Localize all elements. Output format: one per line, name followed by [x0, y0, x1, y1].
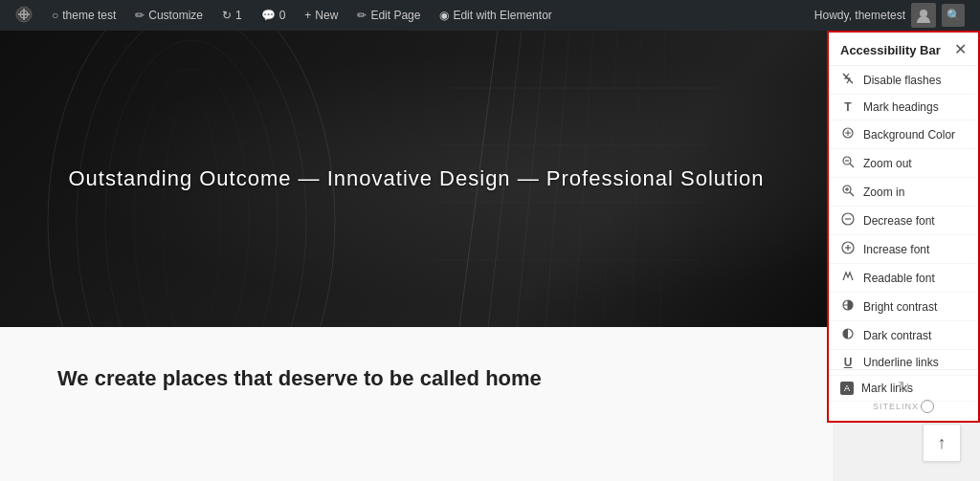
comments-item[interactable]: 💬 0 — [254, 0, 294, 31]
svg-point-19 — [134, 69, 249, 327]
svg-line-24 — [850, 164, 854, 167]
main-content: Outstanding Outcome — Innovative Design … — [0, 31, 980, 481]
mark-headings-icon: T — [840, 100, 856, 114]
increase-font-label: Increase font — [863, 243, 929, 256]
customize-item[interactable]: ✏ Customize — [127, 0, 211, 31]
mark-headings-item[interactable]: T Mark headings — [829, 95, 978, 120]
accessibility-header: Accessibility Bar ✕ — [829, 33, 978, 66]
elementor-icon: ◉ — [439, 9, 449, 22]
new-item[interactable]: + New — [297, 0, 345, 31]
site-name-label: theme test — [62, 9, 116, 22]
howdy-text: Howdy, themetest — [814, 9, 905, 22]
comments-icon: 💬 — [261, 9, 276, 22]
readable-font-label: Readable font — [863, 272, 935, 285]
updates-count: 1 — [235, 9, 242, 22]
decrease-font-item[interactable]: Decrease font — [829, 207, 978, 235]
sitelinx-globe-icon — [921, 400, 934, 413]
below-hero-section: We create places that deserve to be call… — [0, 327, 833, 481]
decrease-font-icon — [840, 212, 856, 229]
sitelinx-brand: SITELINX — [873, 400, 934, 413]
edit-page-label: Edit Page — [370, 9, 420, 22]
bright-contrast-label: Bright contrast — [863, 300, 937, 314]
wp-logo-icon — [15, 6, 33, 26]
hero-text: Outstanding Outcome — Innovative Design … — [68, 166, 764, 191]
svg-point-20 — [163, 98, 220, 327]
howdy-section[interactable]: Howdy, themetest 🔍 — [807, 3, 972, 28]
site-icon: ○ — [52, 9, 58, 22]
edit-page-item[interactable]: ✏ Edit Page — [349, 0, 428, 31]
increase-font-item[interactable]: Increase font — [829, 235, 978, 264]
avatar — [911, 3, 936, 28]
new-label: New — [315, 9, 338, 22]
zoom-in-label: Zoom in — [863, 186, 904, 199]
admin-bar: ○ theme test ✏ Customize ↻ 1 💬 0 + New ✏… — [0, 0, 980, 31]
scroll-top-button[interactable]: ↑ — [923, 424, 961, 462]
dark-contrast-label: Dark contrast — [863, 329, 931, 342]
zoom-out-label: Zoom out — [863, 157, 912, 170]
scroll-top-icon: ↑ — [938, 433, 947, 453]
decrease-font-label: Decrease font — [863, 214, 935, 228]
refresh-icon[interactable]: ↻ — [898, 378, 910, 396]
elementor-label: Edit with Elementor — [453, 9, 551, 22]
bright-contrast-icon — [840, 298, 856, 315]
accessibility-panel: Accessibility Bar ✕ Disable flashes T Ma… — [827, 31, 980, 423]
accessibility-footer: ↻ SITELINX — [829, 369, 978, 421]
underline-links-label: Underline links — [863, 356, 939, 369]
background-color-icon — [840, 126, 856, 142]
below-hero-title: We create places that deserve to be call… — [57, 365, 775, 393]
hero-section: Outstanding Outcome — Innovative Design … — [0, 31, 833, 327]
zoom-in-icon — [840, 184, 856, 200]
sitelinx-label: SITELINX — [873, 402, 919, 411]
updates-item[interactable]: ↻ 1 — [214, 0, 250, 31]
svg-line-27 — [850, 192, 854, 196]
accessibility-title: Accessibility Bar — [840, 43, 941, 57]
admin-search-icon[interactable]: 🔍 — [942, 4, 965, 27]
close-button[interactable]: ✕ — [954, 42, 967, 57]
zoom-in-item[interactable]: Zoom in — [829, 178, 978, 207]
wp-logo-item[interactable] — [8, 0, 40, 31]
readable-font-icon — [840, 270, 856, 286]
edit-page-icon: ✏ — [357, 9, 367, 22]
disable-flashes-icon — [840, 72, 856, 88]
dark-contrast-icon — [840, 327, 856, 343]
new-icon: + — [304, 9, 311, 22]
disable-flashes-label: Disable flashes — [863, 74, 941, 87]
dark-contrast-item[interactable]: Dark contrast — [829, 321, 978, 350]
updates-icon: ↻ — [222, 9, 232, 22]
zoom-out-icon — [840, 155, 856, 171]
readable-font-item[interactable]: Readable font — [829, 264, 978, 293]
background-color-item[interactable]: Background Color — [829, 120, 978, 149]
disable-flashes-item[interactable]: Disable flashes — [829, 66, 978, 95]
comments-count: 0 — [279, 9, 286, 22]
underline-links-icon: U — [840, 356, 856, 369]
zoom-out-item[interactable]: Zoom out — [829, 149, 978, 178]
customize-label: Customize — [148, 9, 203, 22]
site-name-item[interactable]: ○ theme test — [44, 0, 123, 31]
elementor-item[interactable]: ◉ Edit with Elementor — [432, 0, 559, 31]
mark-headings-label: Mark headings — [863, 100, 939, 114]
bright-contrast-item[interactable]: Bright contrast — [829, 293, 978, 321]
background-color-label: Background Color — [863, 128, 955, 142]
customize-icon: ✏ — [135, 9, 145, 22]
svg-point-2 — [920, 10, 927, 17]
increase-font-icon — [840, 241, 856, 257]
